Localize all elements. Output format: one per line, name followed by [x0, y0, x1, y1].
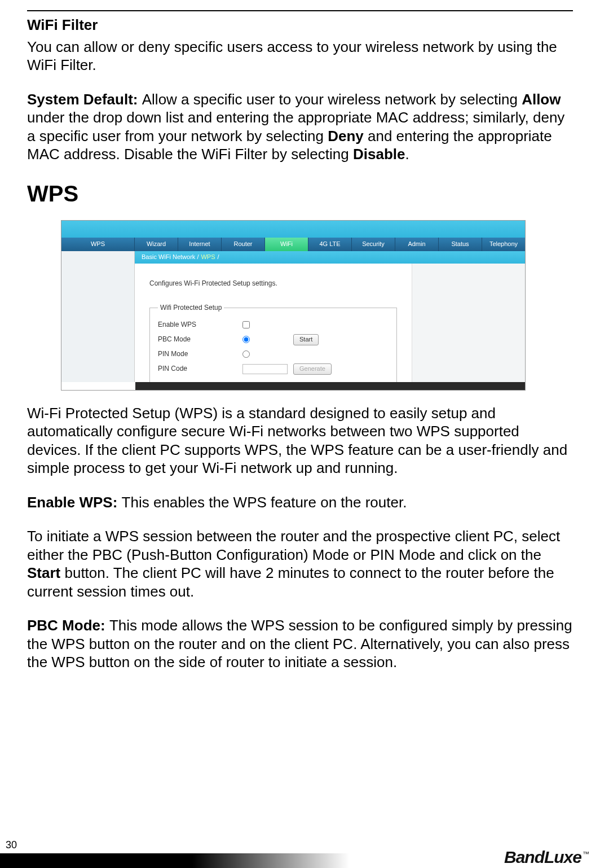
wifi-filter-heading: WiFi Filter	[27, 16, 573, 34]
radio-pin-mode[interactable]	[242, 350, 250, 358]
breadcrumb-suffix: /	[218, 253, 219, 261]
wps-start-bold: Start	[27, 564, 60, 581]
generate-button[interactable]: Generate	[293, 363, 332, 375]
wps-para-2b: button. The client PC will have 2 minute…	[27, 564, 554, 600]
wps-para-2a: To initiate a WPS session between the ro…	[27, 528, 560, 563]
start-button[interactable]: Start	[293, 334, 319, 345]
router-breadcrumb: Basic WiFi Network / WPS /	[135, 251, 525, 264]
label-enable-wps: Enable WPS	[158, 321, 242, 329]
input-pin-code[interactable]	[242, 364, 288, 374]
tab-router[interactable]: Router	[222, 238, 265, 251]
wps-pbc-para: PBC Mode: This mode allows the WPS sessi…	[27, 616, 573, 672]
pbc-mode-label: PBC Mode:	[27, 617, 109, 634]
sysdef-text-1: Allow a specific user to your wireless n…	[142, 91, 522, 108]
tab-wifi[interactable]: WiFi	[265, 238, 308, 251]
wps-para-1: Wi-Fi Protected Setup (WPS) is a standar…	[27, 404, 573, 477]
checkbox-enable-wps[interactable]	[242, 321, 250, 328]
wps-heading: WPS	[27, 179, 573, 208]
tab-admin[interactable]: Admin	[395, 238, 439, 251]
router-right-column	[412, 264, 525, 382]
tab-status[interactable]: Status	[439, 238, 482, 251]
breadcrumb-prefix: Basic WiFi Network /	[142, 253, 198, 261]
sysdef-disable: Disable	[353, 146, 405, 163]
trademark-icon: ™	[583, 850, 589, 858]
tab-internet[interactable]: Internet	[178, 238, 222, 251]
label-pin-mode: PIN Mode	[158, 350, 242, 358]
router-bottom-bar	[135, 382, 525, 390]
wifi-filter-intro: You can allow or deny specific users acc…	[27, 38, 573, 74]
page-footer: 30 BandLuxe™	[0, 836, 600, 868]
footer-gradient-bar	[0, 853, 350, 868]
pbc-mode-text: This mode allows the WPS session to be c…	[27, 617, 572, 670]
brand-logo: BandLuxe™	[504, 848, 589, 867]
router-admin-screenshot: WPS Wizard Internet Router WiFi 4G LTE S…	[61, 220, 526, 391]
sysdef-text-4: .	[405, 146, 409, 163]
label-pin-code: PIN Code	[158, 365, 242, 373]
router-desc: Configures Wi-Fi Protected Setup setting…	[149, 279, 397, 288]
router-left-column	[61, 264, 135, 382]
page-number: 30	[6, 839, 17, 851]
wps-enable-para: Enable WPS: This enables the WPS feature…	[27, 493, 573, 512]
radio-pbc-mode[interactable]	[242, 336, 250, 343]
wps-para-2: To initiate a WPS session between the ro…	[27, 527, 573, 600]
router-tabs: Wizard Internet Router WiFi 4G LTE Secur…	[135, 238, 525, 251]
wps-legend: Wifi Protected Setup	[158, 304, 224, 312]
router-side-label: WPS	[61, 238, 135, 251]
tab-security[interactable]: Security	[352, 238, 395, 251]
wps-fieldset: Wifi Protected Setup Enable WPS PBC Mode…	[149, 304, 397, 385]
sysdef-deny: Deny	[328, 128, 364, 144]
tab-wizard[interactable]: Wizard	[135, 238, 178, 251]
sysdef-allow: Allow	[522, 91, 561, 108]
breadcrumb-active[interactable]: WPS	[201, 253, 215, 261]
tab-telephony[interactable]: Telephony	[482, 238, 525, 251]
brand-name: BandLuxe	[504, 848, 581, 867]
router-center-column: Configures Wi-Fi Protected Setup setting…	[135, 264, 412, 382]
sysdef-label: System Default:	[27, 91, 142, 108]
label-pbc-mode: PBC Mode	[158, 335, 242, 344]
tab-4glte[interactable]: 4G LTE	[308, 238, 352, 251]
wifi-filter-sysdef: System Default: Allow a specific user to…	[27, 90, 573, 164]
enable-wps-text: This enables the WPS feature on the rout…	[122, 494, 407, 511]
router-side-below	[61, 251, 135, 264]
enable-wps-label: Enable WPS:	[27, 494, 122, 511]
router-topbar	[61, 221, 525, 238]
